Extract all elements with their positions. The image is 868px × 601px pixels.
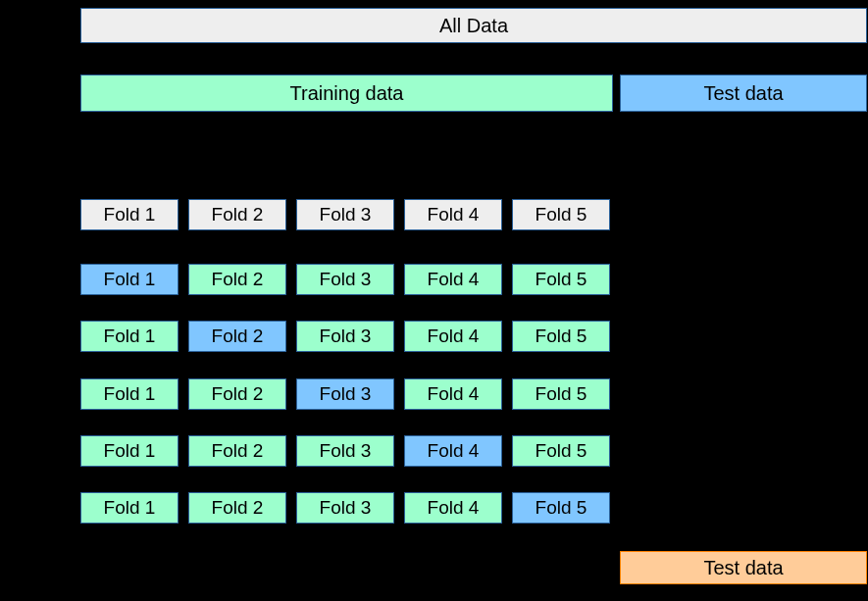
split1-fold2: Fold 2: [188, 264, 286, 295]
split2-fold1: Fold 1: [80, 321, 179, 352]
split5-fold1: Fold 1: [80, 492, 179, 524]
test-data-top-box: Test data: [620, 75, 867, 112]
split3-fold3: Fold 3: [296, 378, 394, 410]
split2-fold3: Fold 3: [296, 321, 394, 352]
split5-fold2: Fold 2: [188, 492, 286, 524]
split1-fold4: Fold 4: [404, 264, 502, 295]
fold-header-4: Fold 4: [404, 199, 502, 230]
split2-fold4: Fold 4: [404, 321, 502, 352]
training-data-box: Training data: [80, 75, 613, 112]
split4-fold1: Fold 1: [80, 435, 179, 467]
split2-fold5: Fold 5: [512, 321, 610, 352]
fold-header-5: Fold 5: [512, 199, 610, 230]
split4-fold3: Fold 3: [296, 435, 394, 467]
test-data-bottom-box: Test data: [620, 551, 867, 584]
split3-fold5: Fold 5: [512, 378, 610, 410]
split5-fold5: Fold 5: [512, 492, 610, 524]
split1-fold3: Fold 3: [296, 264, 394, 295]
split3-fold2: Fold 2: [188, 378, 286, 410]
fold-header-2: Fold 2: [188, 199, 286, 230]
split5-fold4: Fold 4: [404, 492, 502, 524]
split4-fold5: Fold 5: [512, 435, 610, 467]
split1-fold1: Fold 1: [80, 264, 179, 295]
split4-fold2: Fold 2: [188, 435, 286, 467]
split3-fold4: Fold 4: [404, 378, 502, 410]
split2-fold2: Fold 2: [188, 321, 286, 352]
split3-fold1: Fold 1: [80, 378, 179, 410]
fold-header-3: Fold 3: [296, 199, 394, 230]
fold-header-1: Fold 1: [80, 199, 179, 230]
split5-fold3: Fold 3: [296, 492, 394, 524]
split4-fold4: Fold 4: [404, 435, 502, 467]
split1-fold5: Fold 5: [512, 264, 610, 295]
all-data-box: All Data: [80, 8, 867, 43]
